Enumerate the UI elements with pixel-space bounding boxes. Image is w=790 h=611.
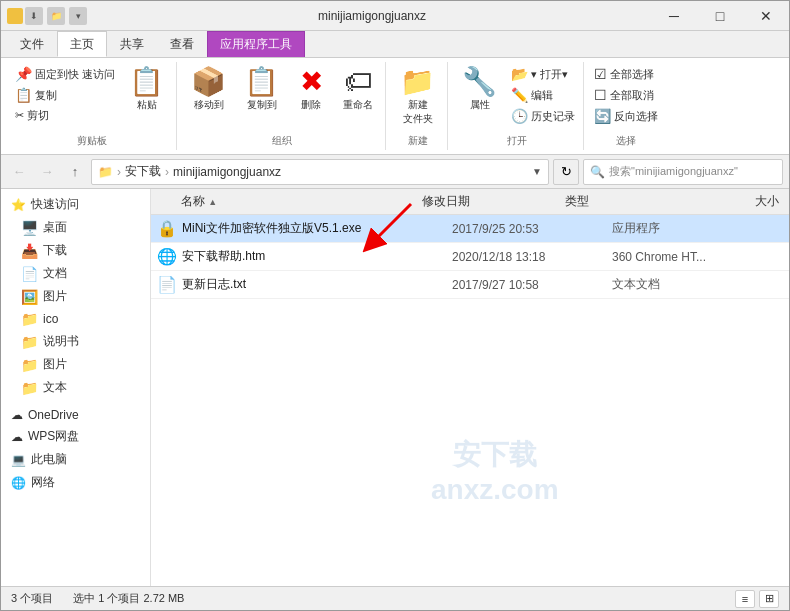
select-none-button[interactable]: ☐ 全部取消 bbox=[590, 85, 662, 105]
col-header-date[interactable]: 修改日期 bbox=[422, 193, 565, 210]
status-bar: 3 个项目 选中 1 个项目 2.72 MB ≡ ⊞ bbox=[1, 586, 789, 610]
tab-view[interactable]: 查看 bbox=[157, 31, 207, 57]
new-folder-button[interactable]: 📁 新建文件夹 bbox=[392, 64, 443, 130]
sidebar-item-desktop[interactable]: 🖥️ 桌面 bbox=[1, 216, 150, 239]
maximize-button[interactable]: □ bbox=[697, 1, 743, 30]
delete-button[interactable]: ✖ 删除 bbox=[289, 64, 333, 116]
cut-button[interactable]: ✂ 剪切 bbox=[11, 106, 119, 125]
invert-selection-button[interactable]: 🔄 反向选择 bbox=[590, 106, 662, 126]
network-icon: 🌐 bbox=[11, 476, 26, 490]
quick-access-toolbar: ⬇ 📁 ▾ bbox=[25, 7, 87, 25]
quick-btn-1[interactable]: ⬇ bbox=[25, 7, 43, 25]
table-row[interactable]: 🔒 MiNi文件加密软件独立版V5.1.exe 2017/9/25 20:53 … bbox=[151, 215, 789, 243]
pictures-icon: 🖼️ bbox=[21, 289, 38, 305]
properties-button[interactable]: 🔧 属性 bbox=[454, 64, 505, 116]
quick-btn-3[interactable]: ▾ bbox=[69, 7, 87, 25]
minimize-button[interactable]: ─ bbox=[651, 1, 697, 30]
paste-button[interactable]: 📋 粘贴 bbox=[121, 64, 172, 116]
sidebar: ⭐ 快速访问 🖥️ 桌面 📥 下载 📄 文档 🖼️ 图片 📁 ico 📁 说明书 bbox=[1, 189, 151, 586]
col-header-name[interactable]: 名称 ▲ bbox=[151, 193, 422, 210]
ribbon-clipboard-items: 📌 固定到快 速访问 📋 复制 ✂ 剪切 📋 粘贴 bbox=[11, 64, 172, 130]
sidebar-item-ico[interactable]: 📁 ico bbox=[1, 308, 150, 330]
address-box[interactable]: 📁 › 安下载 › minijiamigongjuanxz ▼ bbox=[91, 159, 549, 185]
ribbon-group-new: 📁 新建文件夹 新建 bbox=[388, 62, 448, 150]
view-details-button[interactable]: ≡ bbox=[735, 590, 755, 608]
move-icon: 📦 bbox=[191, 68, 226, 96]
ribbon-group-select: ☑ 全部选择 ☐ 全部取消 🔄 反向选择 选择 bbox=[586, 62, 666, 150]
history-button[interactable]: 🕒 历史记录 bbox=[507, 106, 579, 126]
view-large-icons-button[interactable]: ⊞ bbox=[759, 590, 779, 608]
clipboard-group-label: 剪贴板 bbox=[77, 132, 107, 148]
sidebar-item-pictures[interactable]: 🖼️ 图片 bbox=[1, 285, 150, 308]
organize-group-label: 组织 bbox=[272, 132, 292, 148]
back-button[interactable]: ← bbox=[7, 160, 31, 184]
copy-to-label: 复制到 bbox=[247, 98, 277, 112]
sidebar-item-network[interactable]: 🌐 网络 bbox=[1, 471, 150, 494]
sidebar-item-thispc[interactable]: 💻 此电脑 bbox=[1, 448, 150, 471]
address-dropdown-icon[interactable]: ▼ bbox=[532, 166, 542, 177]
pin-to-quick-access[interactable]: 📌 固定到快 速访问 bbox=[11, 64, 119, 84]
ribbon-tabs: 文件 主页 共享 查看 应用程序工具 bbox=[1, 31, 789, 58]
search-icon: 🔍 bbox=[590, 165, 605, 179]
file-name: 更新日志.txt bbox=[182, 276, 452, 293]
sort-arrow-icon: ▲ bbox=[208, 197, 217, 207]
sidebar-item-documents[interactable]: 📄 文档 bbox=[1, 262, 150, 285]
address-crumb-1[interactable]: 安下载 bbox=[125, 163, 161, 180]
new-group-label: 新建 bbox=[408, 132, 428, 148]
table-row[interactable]: 🌐 安下载帮助.htm 2020/12/18 13:18 360 Chrome … bbox=[151, 243, 789, 271]
onedrive-icon: ☁ bbox=[11, 408, 23, 422]
open-dropdown-button[interactable]: 📂 ▾ 打开▾ bbox=[507, 64, 579, 84]
ribbon-group-organize: 📦 移动到 📋 复制到 ✖ 删除 🏷 重命名 组织 bbox=[179, 62, 386, 150]
downloads-icon: 📥 bbox=[21, 243, 38, 259]
sidebar-item-manual[interactable]: 📁 说明书 bbox=[1, 330, 150, 353]
search-box[interactable]: 🔍 搜索"minijiamigongjuanxz" bbox=[583, 159, 783, 185]
sidebar-item-wps[interactable]: ☁ WPS网盘 bbox=[1, 425, 150, 448]
col-header-size[interactable]: 大小 bbox=[699, 193, 789, 210]
ico-label: ico bbox=[43, 312, 58, 326]
sidebar-quick-access[interactable]: ⭐ 快速访问 bbox=[1, 193, 150, 216]
move-to-button[interactable]: 📦 移动到 bbox=[183, 64, 234, 116]
sidebar-item-text[interactable]: 📁 文本 bbox=[1, 376, 150, 399]
ribbon-group-clipboard: 📌 固定到快 速访问 📋 复制 ✂ 剪切 📋 粘贴 剪贴板 bbox=[7, 62, 177, 150]
table-row[interactable]: 📄 更新日志.txt 2017/9/27 10:58 文本文档 1 KB bbox=[151, 271, 789, 299]
up-button[interactable]: ↑ bbox=[63, 160, 87, 184]
select-col: ☑ 全部选择 ☐ 全部取消 🔄 反向选择 bbox=[590, 64, 662, 126]
select-all-button[interactable]: ☑ 全部选择 bbox=[590, 64, 662, 84]
copy-to-button[interactable]: 📋 复制到 bbox=[236, 64, 287, 116]
props-icon: 🔧 bbox=[462, 68, 497, 96]
images-icon: 📁 bbox=[21, 357, 38, 373]
invert-icon: 🔄 bbox=[594, 108, 611, 124]
desktop-icon: 🖥️ bbox=[21, 220, 38, 236]
address-crumb-2[interactable]: minijiamigongjuanxz bbox=[173, 165, 281, 179]
window-controls: ─ □ ✕ bbox=[651, 1, 789, 30]
forward-button[interactable]: → bbox=[35, 160, 59, 184]
file-type: 360 Chrome HT... bbox=[612, 250, 762, 264]
delete-icon: ✖ bbox=[300, 68, 323, 96]
delete-label: 删除 bbox=[301, 98, 321, 112]
quick-btn-2[interactable]: 📁 bbox=[47, 7, 65, 25]
paste-icon: 📋 bbox=[129, 68, 164, 96]
sidebar-item-onedrive[interactable]: ☁ OneDrive bbox=[1, 405, 150, 425]
network-label: 网络 bbox=[31, 474, 55, 491]
tab-home[interactable]: 主页 bbox=[57, 31, 107, 57]
sidebar-item-images[interactable]: 📁 图片 bbox=[1, 353, 150, 376]
tab-share[interactable]: 共享 bbox=[107, 31, 157, 57]
view-buttons: ≡ ⊞ bbox=[735, 590, 779, 608]
ribbon-group-open: 🔧 属性 📂 ▾ 打开▾ ✏️ 编辑 🕒 历史记录 打开 bbox=[450, 62, 584, 150]
watermark-line1: 安下载 bbox=[431, 436, 559, 474]
open-group-label: 打开 bbox=[507, 132, 527, 148]
title-bar: ⬇ 📁 ▾ minijiamigongjuanxz ─ □ ✕ bbox=[1, 1, 789, 31]
refresh-button[interactable]: ↻ bbox=[553, 159, 579, 185]
text-label: 文本 bbox=[43, 379, 67, 396]
col-header-type[interactable]: 类型 bbox=[565, 193, 699, 210]
copy-button[interactable]: 📋 复制 bbox=[11, 85, 119, 105]
tab-app-tools[interactable]: 应用程序工具 bbox=[207, 31, 305, 57]
desktop-label: 桌面 bbox=[43, 219, 67, 236]
tab-file[interactable]: 文件 bbox=[7, 31, 57, 57]
rename-button[interactable]: 🏷 重命名 bbox=[335, 64, 381, 116]
edit-button[interactable]: ✏️ 编辑 bbox=[507, 85, 579, 105]
history-icon: 🕒 bbox=[511, 108, 528, 124]
close-button[interactable]: ✕ bbox=[743, 1, 789, 30]
sidebar-item-downloads[interactable]: 📥 下载 bbox=[1, 239, 150, 262]
ribbon-new-items: 📁 新建文件夹 bbox=[392, 64, 443, 130]
